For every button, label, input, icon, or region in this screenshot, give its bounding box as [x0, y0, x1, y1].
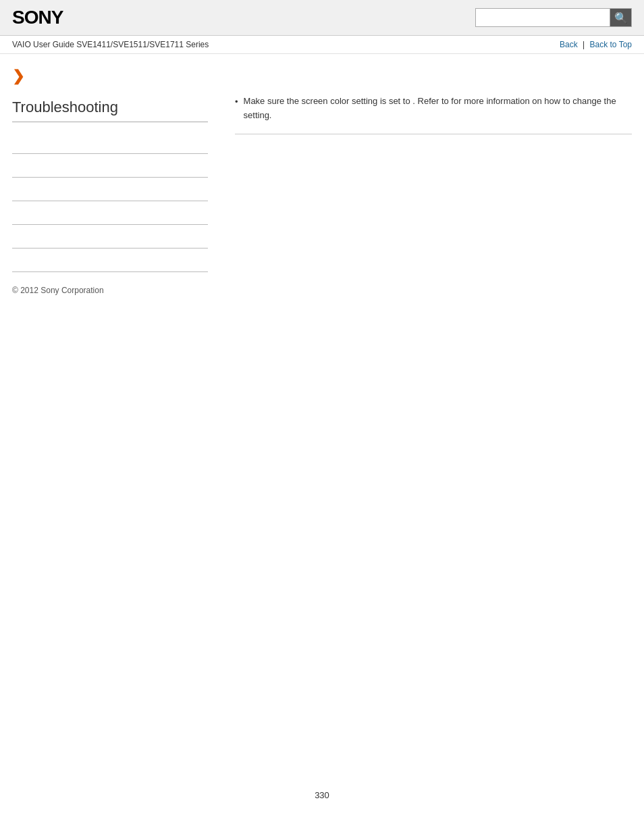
sidebar-link-6[interactable] — [12, 249, 208, 272]
content-section: • Make sure the screen color setting is … — [235, 95, 632, 134]
chevron-right-icon: ❯ — [12, 68, 208, 85]
copyright-text: © 2012 Sony Corporation — [12, 286, 104, 295]
search-button[interactable]: 🔍 — [610, 8, 632, 27]
sidebar-link-4[interactable] — [12, 201, 208, 225]
nav-separator: | — [583, 40, 587, 49]
footer: © 2012 Sony Corporation — [0, 272, 644, 309]
content-area: • Make sure the screen color setting is … — [221, 54, 632, 272]
sidebar-link-2[interactable] — [12, 154, 208, 178]
header: SONY 🔍 — [0, 0, 644, 36]
bullet-text: Make sure the screen color setting is se… — [244, 95, 632, 123]
sidebar-link-1[interactable] — [12, 130, 208, 154]
nav-links: Back | Back to Top — [560, 40, 632, 49]
bullet-item: • Make sure the screen color setting is … — [235, 95, 632, 123]
sidebar-title: Troubleshooting — [12, 99, 208, 122]
back-link[interactable]: Back — [560, 40, 578, 49]
back-to-top-link[interactable]: Back to Top — [590, 40, 632, 49]
sidebar-link-3[interactable] — [12, 178, 208, 201]
search-area: 🔍 — [475, 8, 632, 27]
nav-bar: VAIO User Guide SVE1411/SVE1511/SVE1711 … — [0, 36, 644, 54]
sidebar: ❯ Troubleshooting — [12, 54, 221, 272]
search-input[interactable] — [475, 8, 610, 27]
bullet-dot: • — [235, 95, 238, 109]
sidebar-link-5[interactable] — [12, 225, 208, 249]
sony-logo: SONY — [12, 7, 63, 28]
guide-title: VAIO User Guide SVE1411/SVE1511/SVE1711 … — [12, 40, 209, 49]
search-icon: 🔍 — [614, 11, 628, 24]
main-content: ❯ Troubleshooting • Make sure the screen… — [0, 54, 644, 272]
page-number: 330 — [0, 777, 644, 814]
